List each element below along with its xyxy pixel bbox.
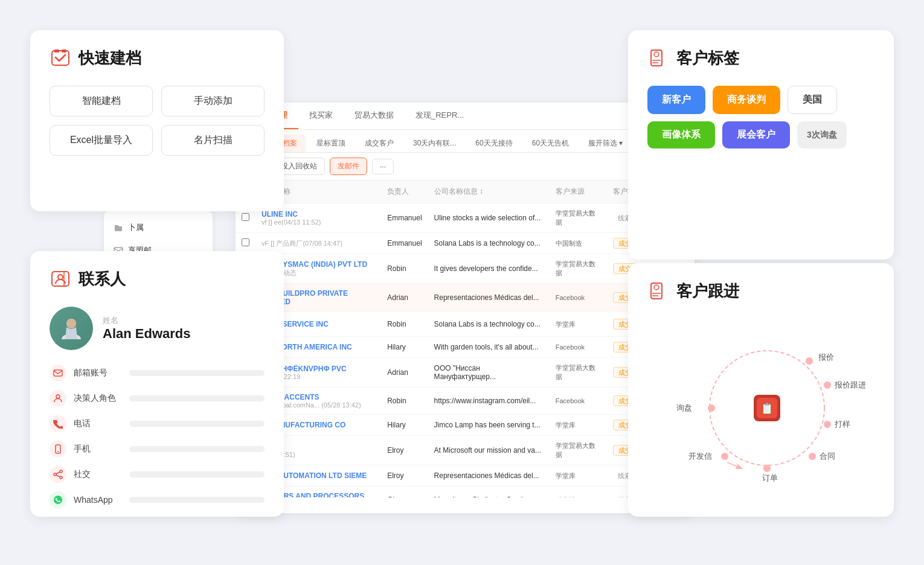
tab-find-buyer[interactable]: 找买家	[298, 103, 344, 129]
table-row[interactable]: vF [] 产品商厂(07/08 14:47) Emmanuel Solana …	[236, 233, 695, 254]
table-row[interactable]: CORP1/19 14:51) Elroy At Microsoft our m…	[236, 436, 695, 465]
svg-point-17	[54, 496, 62, 504]
customer-tag-card: 客户标签 新客户 商务谈判 美国 画像体系 展会客户 3次询盘	[628, 30, 894, 260]
main-container: 快速建档 智能建档 手动添加 Excel批量导入 名片扫描 客户管理 找买家 贸…	[0, 0, 924, 565]
contact-field-social: 社交	[50, 466, 265, 483]
contact-field-role: 决策人角色	[50, 390, 265, 407]
contact-avatar	[50, 307, 93, 350]
tag-inquiry-count[interactable]: 3次询盘	[797, 121, 847, 148]
send-email-btn[interactable]: 发邮件	[330, 158, 367, 175]
quick-archive-icon	[50, 47, 71, 69]
manual-add-button[interactable]: 手动添加	[161, 86, 265, 117]
tag-business-negotiation[interactable]: 商务谈判	[713, 86, 780, 114]
svg-rect-2	[62, 49, 66, 53]
svg-point-19	[654, 52, 659, 57]
subtab-60days[interactable]: 60天无接待	[467, 135, 521, 152]
mobile-value-bar	[129, 446, 265, 452]
sidebar-item-folder[interactable]: 卜属	[104, 216, 213, 239]
customer-table-wrap: 客户名称 负责人 公司名称信息 ↕ 客户来源 客户状态 最近 ULINE INC…	[236, 180, 695, 497]
table-action-bar: 选 投入回收站 发邮件 ··· 共 1650 条	[236, 153, 695, 180]
subtab-deal[interactable]: 成交客户	[356, 135, 402, 152]
smart-archive-button[interactable]: 智能建档	[50, 86, 153, 117]
svg-rect-1	[54, 49, 59, 53]
quick-archive-card: 快速建档 智能建档 手动添加 Excel批量导入 名片扫描	[30, 30, 284, 211]
table-row[interactable]: & MANUFACTURING CO Hilary Jimco Lamp has…	[236, 415, 695, 436]
tag-portrait-system[interactable]: 画像体系	[647, 121, 715, 148]
contact-field-whatsapp: WhatsApp	[50, 491, 265, 508]
svg-point-13	[60, 470, 62, 473]
contact-name-block: 姓名 Alan Edwards	[103, 315, 190, 342]
th-owner: 负责人	[381, 180, 428, 203]
table-tabs: 客户管理 找买家 贸易大数据 发现_REPR...	[236, 103, 695, 130]
contact-field-phone: 电话	[50, 415, 265, 432]
svg-point-23	[654, 285, 659, 290]
role-label: 决策人角色	[74, 393, 122, 404]
table-row[interactable]: ULINE INCvf [] ee(04/13 11:52) Emmanuel …	[236, 203, 695, 233]
more-btn[interactable]: ···	[372, 159, 394, 174]
subtab-starred[interactable]: 星标置顶	[308, 135, 354, 152]
contact-card: 联系人 姓名 Alan Edwards	[30, 251, 284, 517]
th-desc: 公司名称信息 ↕	[428, 180, 550, 203]
tag-usa[interactable]: 美国	[788, 86, 837, 114]
subtab-filter[interactable]: 服开筛选 ▾	[580, 135, 631, 152]
customer-follow-header: 客户跟进	[647, 280, 874, 302]
customer-tag-icon	[647, 47, 669, 69]
svg-point-4	[58, 275, 63, 279]
table-row[interactable]: F&F BUILDPRO PRIVATE LIMITED Adrian Repr…	[236, 284, 695, 312]
svg-point-12	[54, 473, 56, 476]
customer-follow-card: 客户跟进 📋 报价	[628, 263, 894, 517]
svg-rect-0	[52, 51, 69, 65]
contact-name-label: 姓名	[103, 315, 190, 326]
svg-text:打样: 打样	[834, 420, 850, 429]
whatsapp-value-bar	[129, 497, 265, 503]
customer-follow-icon	[647, 280, 669, 302]
svg-point-30	[806, 357, 813, 365]
email-value-bar	[129, 370, 265, 376]
email-label: 邮箱账号	[74, 368, 122, 378]
tag-expo-customer[interactable]: 展会客户	[722, 121, 790, 148]
table-row[interactable]: IGN NORTH AMERICA INC Hilary With garden…	[236, 337, 695, 358]
svg-text:开发信: 开发信	[688, 452, 712, 461]
svg-rect-22	[651, 283, 662, 299]
company-name: ULINE INC	[261, 210, 375, 219]
table-row[interactable]: М МФНФЁKNVPНФ PVC$03/21 22:19 Adrian ООО…	[236, 358, 695, 388]
subtab-60days2[interactable]: 60天无告机	[524, 135, 577, 152]
role-value-bar	[129, 395, 265, 401]
svg-text:合同: 合同	[820, 452, 835, 461]
phone-icon	[50, 415, 66, 432]
svg-rect-8	[54, 370, 62, 376]
customer-tag-header: 客户标签	[647, 47, 874, 69]
tag-new-customer[interactable]: 新客户	[647, 86, 705, 114]
tab-trade-data[interactable]: 贸易大数据	[344, 103, 405, 129]
table-row[interactable]: LGF SYSMAC (INDIA) PVT LTD◎ 暂无动态 Robin I…	[236, 254, 695, 284]
svg-point-42	[708, 404, 715, 412]
customer-follow-title: 客户跟进	[676, 281, 739, 302]
subtab-30days[interactable]: 30天内有联...	[405, 135, 464, 152]
contact-title: 联系人	[79, 269, 126, 290]
tab-discover[interactable]: 发现_REPR...	[405, 103, 475, 129]
table-subtabs: 所有客户档案 星标置顶 成交客户 30天内有联... 60天无接待 60天无告机…	[236, 130, 695, 153]
table-row[interactable]: IES @SERVICE INC Robin Solana Labs is a …	[236, 312, 695, 337]
table-row[interactable]: VER AUTOMATION LTD SIEME Elroy Represent…	[236, 465, 695, 487]
mobile-label: 手机	[74, 444, 122, 455]
svg-point-40	[721, 453, 728, 460]
contact-info-header: 姓名 Alan Edwards	[50, 307, 265, 350]
svg-point-34	[824, 421, 831, 428]
row-checkbox[interactable]	[242, 238, 249, 246]
th-source: 客户来源	[550, 180, 607, 203]
phone-label: 电话	[74, 418, 122, 429]
svg-line-15	[56, 472, 60, 474]
contact-icon	[50, 268, 71, 290]
table-row[interactable]: AMPS ACCENTStt@Global.comNa... (05/28 13…	[236, 388, 695, 415]
row-checkbox[interactable]	[242, 213, 249, 221]
social-value-bar	[129, 471, 265, 477]
table-row[interactable]: PINNERS AND PROCESSORS(11/26 13:23) Glen…	[236, 487, 695, 498]
svg-point-36	[809, 453, 816, 460]
svg-point-38	[763, 465, 771, 472]
cards-wrapper: 快速建档 智能建档 手动添加 Excel批量导入 名片扫描 客户管理 找买家 贸…	[18, 18, 906, 547]
email-icon	[50, 365, 66, 381]
excel-import-button[interactable]: Excel批量导入	[50, 125, 153, 156]
quick-archive-header: 快速建档	[50, 47, 265, 69]
card-scan-button[interactable]: 名片扫描	[161, 125, 265, 156]
follow-diagram: 📋 报价 报价跟进 打样 合同	[664, 319, 858, 500]
